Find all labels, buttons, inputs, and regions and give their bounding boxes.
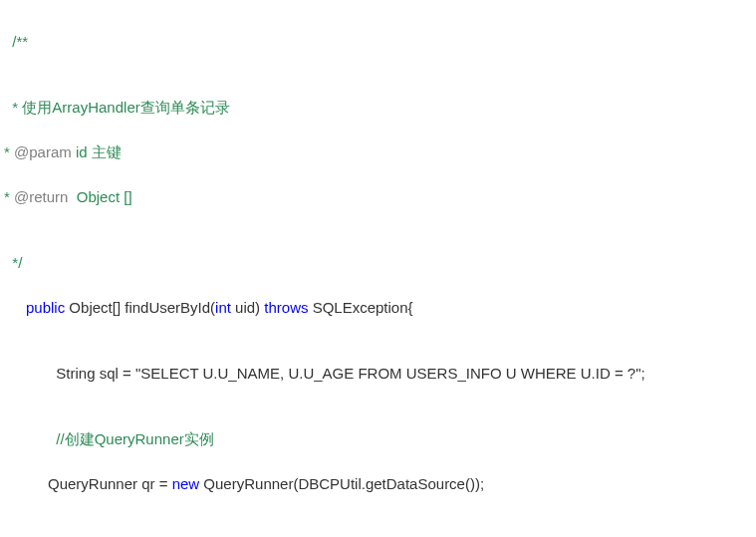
code-line-6: public Object[] findUserById(int uid) th… xyxy=(4,297,752,318)
keyword-throws: throws xyxy=(264,299,308,316)
param-description: id 主键 xyxy=(72,143,122,160)
code-line-3: * @param id 主键 xyxy=(4,141,752,162)
code-line-1: /** xyxy=(4,10,752,52)
code-line-2: * 使用ArrayHandler查询单条记录 xyxy=(4,76,752,118)
comment-text: * 使用ArrayHandler查询单条记录 xyxy=(12,99,229,116)
keyword-int: int xyxy=(215,299,231,316)
javadoc-param-tag: @param xyxy=(14,143,72,160)
method-signature-part3: SQLException{ xyxy=(308,299,412,316)
comment-prefix: * xyxy=(4,143,14,160)
comment-prefix: * xyxy=(4,188,14,205)
keyword-public: public xyxy=(26,299,65,316)
inline-comment: //创建QueryRunner实例 xyxy=(56,430,213,447)
code-part1: QueryRunner qr = xyxy=(48,475,172,492)
comment-start: /** xyxy=(12,33,28,50)
return-description: Object [] xyxy=(68,188,131,205)
code-part2: QueryRunner(DBCPUtil.getDataSource()); xyxy=(199,475,484,492)
code-line-8: //创建QueryRunner实例 xyxy=(4,407,752,449)
code-line-5: */ xyxy=(4,231,752,273)
sql-statement: String sql = "SELECT U.U_NAME, U.U_AGE F… xyxy=(56,365,644,382)
javadoc-return-tag: @return xyxy=(14,188,68,205)
keyword-new: new xyxy=(172,475,200,492)
method-signature-part1: Object[] findUserById( xyxy=(65,299,215,316)
method-signature-part2: uid) xyxy=(231,299,264,316)
code-line-7: String sql = "SELECT U.U_NAME, U.U_AGE F… xyxy=(4,342,752,384)
code-line-9: QueryRunner qr = new QueryRunner(DBCPUti… xyxy=(4,473,752,494)
code-line-4: * @return Object [] xyxy=(4,186,752,207)
comment-end: */ xyxy=(12,254,22,271)
